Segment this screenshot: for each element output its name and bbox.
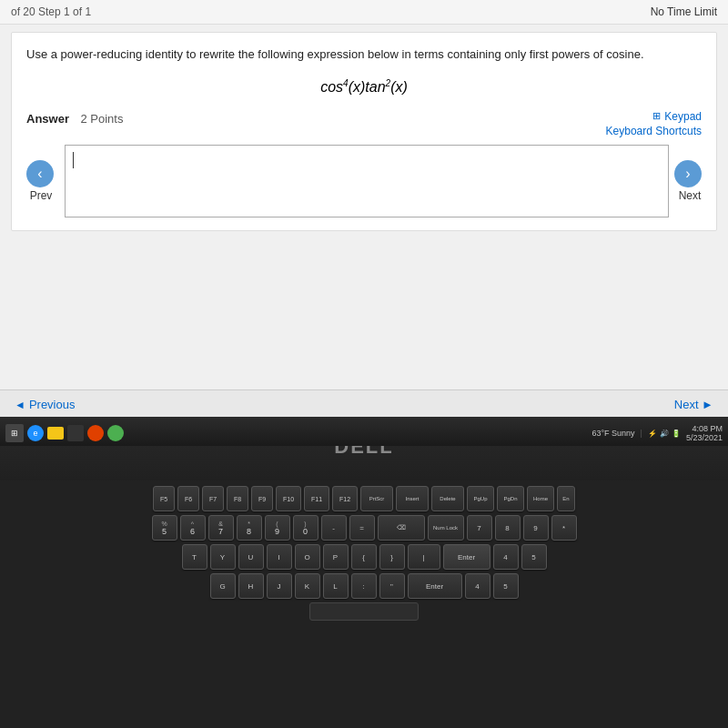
keyboard-row-numbers: %5 ^6 &7 *8 (9 )0 - = ⌫ Num Lock 7 8 9 * <box>9 515 719 541</box>
keypad-button[interactable]: ⊞ Keypad <box>606 110 702 123</box>
key-k[interactable]: K <box>295 573 320 599</box>
key-equals[interactable]: = <box>349 515 375 541</box>
key-percent-5[interactable]: %5 <box>152 515 177 541</box>
key-paren-0[interactable]: )0 <box>293 515 318 541</box>
keypad-area: ⊞ Keypad Keyboard Shortcuts <box>606 110 702 137</box>
browser-area: of 20 Step 1 of 1 No Time Limit Use a po… <box>0 0 728 419</box>
time-limit: No Time Limit <box>651 5 717 18</box>
sys-icon-3: 🔋 <box>672 430 681 438</box>
sys-icon-2: 🔊 <box>660 430 669 438</box>
key-colon[interactable]: : <box>351 573 377 599</box>
points-label: 2 Points <box>80 112 123 126</box>
keypad-icon: ⊞ <box>652 110 661 122</box>
key-pgup[interactable]: PgUp <box>467 486 494 511</box>
prev-label: Prev <box>30 189 53 202</box>
key-f6[interactable]: F6 <box>177 486 199 511</box>
key-amp-7[interactable]: &7 <box>208 515 234 541</box>
previous-page-label: Previous <box>29 398 76 411</box>
step-info: of 20 Step 1 of 1 <box>11 5 91 18</box>
nav-right-arrow[interactable]: › <box>674 160 702 187</box>
answer-label-group: Answer 2 Points <box>26 110 123 126</box>
key-f8[interactable]: F8 <box>227 486 248 511</box>
key-insert[interactable]: Insert <box>396 486 429 511</box>
quiz-content: Use a power-reducing identity to rewrite… <box>11 32 717 231</box>
key-enter-2[interactable]: Enter <box>408 573 462 599</box>
taskbar-right: 63°F Sunny | ⚡ 🔊 🔋 4:08 PM 5/23/2021 <box>592 424 723 442</box>
start-button[interactable]: ⊞ <box>5 424 24 442</box>
key-num9[interactable]: 9 <box>523 515 549 541</box>
weather-display: 63°F Sunny <box>592 429 634 438</box>
quiz-nav: ‹ Prev › Next <box>26 145 702 217</box>
key-t[interactable]: T <box>182 544 207 570</box>
time-display: 4:08 PM 5/23/2021 <box>686 424 723 442</box>
key-l[interactable]: L <box>323 573 349 599</box>
key-num7[interactable]: 7 <box>467 515 492 541</box>
touchpad-row <box>9 602 719 621</box>
keyboard-area: F5 F6 F7 F8 F9 F10 F11 F12 PrtScr Insert… <box>0 480 728 728</box>
top-bar: of 20 Step 1 of 1 No Time Limit <box>0 0 728 25</box>
answer-input[interactable] <box>65 145 669 217</box>
key-end[interactable]: En <box>557 486 575 511</box>
key-g[interactable]: G <box>210 573 236 599</box>
key-minus[interactable]: - <box>321 515 347 541</box>
answer-section: Answer 2 Points ⊞ Keypad Keyboard Shortc… <box>26 110 702 217</box>
keyboard-row-fn: F5 F6 F7 F8 F9 F10 F11 F12 PrtScr Insert… <box>9 486 719 511</box>
key-star-8[interactable]: *8 <box>237 515 262 541</box>
answer-label: Answer <box>26 112 69 126</box>
key-f9[interactable]: F9 <box>251 486 273 511</box>
sys-icon-1: ⚡ <box>648 430 657 438</box>
question-text: Use a power-reducing identity to rewrite… <box>26 46 702 64</box>
key-num8[interactable]: 8 <box>495 515 521 541</box>
key-y[interactable]: Y <box>210 544 236 570</box>
key-f5[interactable]: F5 <box>153 486 175 511</box>
keyboard-row-ghjkl: G H J K L : " Enter 4 5 <box>9 573 719 599</box>
key-numpad-1[interactable]: 4 <box>465 573 490 599</box>
key-f11[interactable]: F11 <box>304 486 329 511</box>
key-numpad-4[interactable]: 4 <box>493 544 519 570</box>
key-prtscr[interactable]: PrtScr <box>360 486 393 511</box>
key-u[interactable]: U <box>238 544 264 570</box>
app-icon-1[interactable] <box>67 425 84 441</box>
key-num-lock[interactable]: Num Lock <box>428 515 464 541</box>
next-page-button[interactable]: Next ► <box>674 398 713 411</box>
key-backspace[interactable]: ⌫ <box>378 515 425 541</box>
key-num-mult[interactable]: * <box>551 515 577 541</box>
key-f12[interactable]: F12 <box>332 486 358 511</box>
next-label: Next <box>679 189 702 202</box>
app-icon-3[interactable] <box>107 425 124 441</box>
laptop-bottom: DELL F5 F6 F7 F8 F9 F10 F11 F12 PrtScr I… <box>0 417 728 728</box>
math-expression: cos4(x)tan2(x) <box>26 78 702 96</box>
key-pgdn[interactable]: PgDn <box>497 486 524 511</box>
keyboard-row-tyuiop: T Y U I O P { } | Enter 4 5 <box>9 544 719 570</box>
key-open-bracket[interactable]: { <box>351 544 377 570</box>
previous-page-button[interactable]: ◄ Previous <box>15 398 75 411</box>
keyboard-shortcuts-link[interactable]: Keyboard Shortcuts <box>606 125 702 137</box>
taskbar: ⊞ e 63°F Sunny | ⚡ 🔊 🔋 4:08 PM 5/23/2021 <box>0 420 728 446</box>
key-o[interactable]: O <box>295 544 320 570</box>
key-delete[interactable]: Delete <box>431 486 464 511</box>
key-numpad-2[interactable]: 5 <box>493 573 519 599</box>
key-close-bracket[interactable]: } <box>379 544 405 570</box>
bottom-nav: ◄ Previous Next ► <box>0 389 728 419</box>
key-f7[interactable]: F7 <box>202 486 224 511</box>
key-enter[interactable]: Enter <box>443 544 490 570</box>
key-paren-9[interactable]: (9 <box>265 515 290 541</box>
key-i[interactable]: I <box>267 544 292 570</box>
nav-left-arrow[interactable]: ‹ <box>26 160 54 187</box>
key-numpad-5[interactable]: 5 <box>521 544 547 570</box>
key-h[interactable]: H <box>238 573 264 599</box>
key-backslash[interactable]: | <box>408 544 440 570</box>
key-caret-6[interactable]: ^6 <box>180 515 206 541</box>
prev-arrow-icon: ◄ <box>15 399 25 411</box>
key-f10[interactable]: F10 <box>276 486 301 511</box>
next-page-label: Next ► <box>674 398 713 411</box>
key-j[interactable]: J <box>267 573 292 599</box>
edge-icon[interactable]: e <box>27 425 44 441</box>
key-p[interactable]: P <box>323 544 349 570</box>
key-quote[interactable]: " <box>379 573 405 599</box>
text-cursor <box>73 152 74 168</box>
key-home[interactable]: Home <box>527 486 554 511</box>
app-icon-2[interactable] <box>87 425 104 441</box>
folder-icon[interactable] <box>47 427 64 440</box>
touchpad[interactable] <box>309 602 419 621</box>
